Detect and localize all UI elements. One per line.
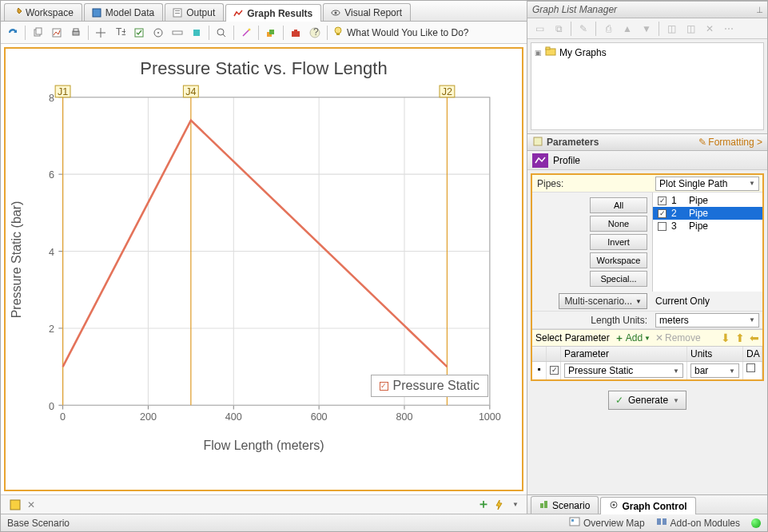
pipe-button-column: All None Invert Workspace Special... bbox=[532, 193, 652, 292]
tab-visual-report[interactable]: Visual Report bbox=[323, 3, 411, 21]
param-up-icon[interactable]: ⬆ bbox=[735, 332, 745, 344]
plus-icon[interactable]: ＋ bbox=[477, 498, 490, 511]
pipes-invert-button[interactable]: Invert bbox=[590, 234, 647, 250]
multi-scenario-button[interactable]: Multi-scenario...▼ bbox=[559, 293, 647, 309]
plot-path-select[interactable]: Plot Single Path▼ bbox=[655, 177, 759, 191]
folder-icon[interactable]: ▭ bbox=[532, 22, 547, 36]
list-item[interactable]: ✓1Pipe bbox=[653, 194, 762, 207]
svg-rect-2 bbox=[175, 10, 180, 11]
svg-point-19 bbox=[217, 29, 224, 35]
pipe-check-icon[interactable] bbox=[658, 222, 667, 231]
tab-model-data[interactable]: Model Data bbox=[84, 3, 163, 21]
modules-icon bbox=[656, 517, 667, 529]
svg-text:?: ? bbox=[313, 27, 319, 38]
graph-footer-bar: ✕ ＋ ▼ bbox=[1, 494, 527, 514]
svg-text:600: 600 bbox=[311, 411, 328, 423]
close-tab-icon[interactable]: ✕ bbox=[25, 498, 38, 511]
copy2-icon[interactable]: ⧉ bbox=[551, 22, 566, 36]
svg-rect-26 bbox=[294, 30, 297, 31]
tree-root[interactable]: ▣ My Graphs bbox=[535, 46, 760, 58]
tab-workspace[interactable]: Workspace bbox=[4, 3, 82, 21]
list-item[interactable]: 3Pipe bbox=[653, 220, 762, 232]
more-icon[interactable]: ⋯ bbox=[722, 22, 736, 36]
tab-graph-control[interactable]: Graph Control bbox=[600, 497, 695, 514]
target-icon[interactable] bbox=[151, 26, 165, 40]
dropdown-icon[interactable]: ▼ bbox=[509, 498, 522, 511]
crosshair-icon[interactable] bbox=[94, 26, 108, 40]
pin-icon[interactable]: ⟂ bbox=[757, 4, 762, 15]
list-item[interactable]: ✓2Pipe bbox=[653, 207, 762, 220]
pipe-list[interactable]: ✓1Pipe✓2Pipe3Pipe bbox=[652, 193, 762, 292]
status-indicator[interactable] bbox=[751, 518, 761, 528]
add-parameter-button[interactable]: ＋Add▼ bbox=[615, 332, 651, 345]
pipe-check-icon[interactable]: ✓ bbox=[658, 209, 667, 218]
table-row[interactable]: ▪ ✓ Pressure Static▼ bar▼ bbox=[532, 362, 762, 379]
new-graph-icon[interactable] bbox=[50, 26, 64, 40]
da-column-header: DA bbox=[743, 347, 762, 361]
svg-text:4: 4 bbox=[49, 247, 54, 258]
formatting-link[interactable]: ✎Formatting > bbox=[698, 137, 762, 148]
help-link[interactable]: What Would You Like to Do? bbox=[332, 26, 469, 39]
copy-icon[interactable] bbox=[30, 26, 45, 40]
status-dot-icon bbox=[751, 518, 761, 528]
legend[interactable]: ✓ Pressure Static bbox=[371, 375, 488, 397]
x-axis-label: Flow Length (meters) bbox=[20, 439, 507, 453]
overview-map-button[interactable]: Overview Map bbox=[569, 517, 645, 529]
remove-parameter-button[interactable]: ✕Remove bbox=[655, 332, 701, 343]
graph-tree[interactable]: ▣ My Graphs bbox=[531, 42, 764, 130]
svg-rect-76 bbox=[546, 47, 550, 50]
windows-icon[interactable]: ◫ bbox=[683, 22, 698, 36]
refresh-icon[interactable] bbox=[6, 26, 20, 40]
data-icon bbox=[91, 7, 102, 18]
pipes-none-button[interactable]: None bbox=[590, 216, 647, 232]
tab-scenario[interactable]: Scenario bbox=[531, 496, 599, 514]
my-graphs-label: My Graphs bbox=[559, 47, 607, 58]
svg-rect-3 bbox=[175, 13, 180, 14]
param-check-icon[interactable]: ✓ bbox=[550, 366, 559, 375]
down-icon[interactable]: ▼ bbox=[639, 22, 654, 36]
delete-icon[interactable]: ✕ bbox=[702, 22, 717, 36]
rename-icon[interactable]: ✎ bbox=[576, 22, 591, 36]
pipes-all-button[interactable]: All bbox=[590, 197, 647, 213]
color-icon[interactable] bbox=[189, 26, 204, 40]
units-select[interactable]: bar▼ bbox=[690, 363, 739, 378]
scenario-status: Base Scenario bbox=[7, 518, 70, 529]
svg-rect-9 bbox=[73, 31, 79, 35]
pipes-special-button[interactable]: Special... bbox=[590, 271, 647, 287]
window-icon[interactable]: ◫ bbox=[664, 22, 678, 36]
graph-tab-icon[interactable] bbox=[9, 498, 22, 511]
length-units-select[interactable]: meters▼ bbox=[655, 313, 759, 328]
tab-output[interactable]: Output bbox=[165, 3, 224, 21]
help-icon[interactable]: ? bbox=[308, 26, 322, 40]
print-icon[interactable] bbox=[69, 26, 83, 40]
text-icon[interactable]: T± bbox=[113, 26, 127, 40]
gear-icon bbox=[609, 500, 619, 512]
da-check-icon[interactable] bbox=[746, 363, 755, 372]
generate-button[interactable]: ✓ Generate ▼ bbox=[608, 391, 686, 410]
layers-icon[interactable] bbox=[264, 26, 278, 40]
pipes-workspace-button[interactable]: Workspace bbox=[590, 252, 647, 268]
svg-text:J2: J2 bbox=[442, 86, 452, 97]
profile-label: Profile bbox=[553, 155, 580, 166]
addon-modules-button[interactable]: Add-on Modules bbox=[656, 517, 740, 529]
parameters-body: Pipes: Plot Single Path▼ All None Invert… bbox=[531, 173, 764, 381]
legend-check-icon[interactable]: ✓ bbox=[380, 382, 388, 391]
pipe-check-icon[interactable]: ✓ bbox=[658, 197, 667, 205]
param-down-icon[interactable]: ⬇ bbox=[721, 332, 730, 344]
up-icon[interactable]: ▲ bbox=[620, 22, 635, 36]
format-icon: ✎ bbox=[698, 137, 706, 148]
wand-icon[interactable] bbox=[239, 26, 253, 40]
toolbox-icon[interactable] bbox=[288, 26, 303, 40]
ruler-icon[interactable] bbox=[170, 26, 185, 40]
lightning-icon[interactable] bbox=[493, 498, 506, 511]
graph-list-toolbar: ▭ ⧉ ✎ ⎙ ▲ ▼ ◫ ◫ ✕ ⋯ bbox=[527, 18, 767, 39]
tree-expand-icon[interactable]: ▣ bbox=[535, 49, 542, 57]
tab-graph-results[interactable]: Graph Results bbox=[225, 4, 321, 22]
parameter-select[interactable]: Pressure Static▼ bbox=[564, 363, 683, 378]
svg-text:0: 0 bbox=[49, 401, 54, 412]
graph-toolbar: T± ? What Would You Like to Do? bbox=[1, 22, 527, 44]
check-box-icon[interactable] bbox=[132, 26, 146, 40]
print2-icon[interactable]: ⎙ bbox=[601, 22, 615, 36]
param-left-icon[interactable]: ⬅ bbox=[750, 332, 759, 344]
zoom-icon[interactable] bbox=[214, 26, 229, 40]
